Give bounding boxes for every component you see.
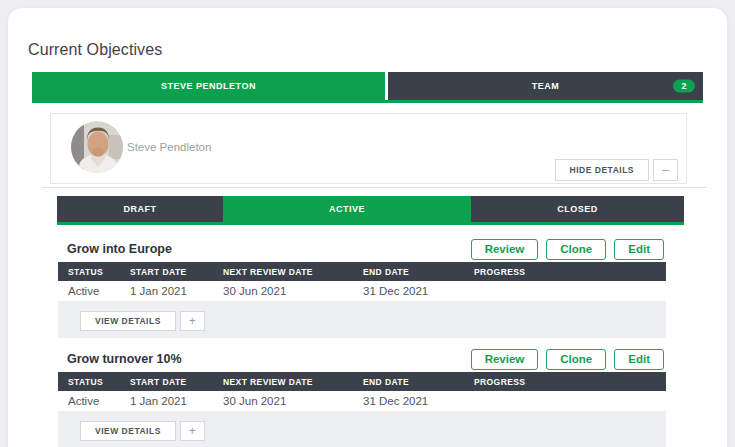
cell-end-date: 31 Dec 2021 [353,281,464,302]
tab-draft-label: DRAFT [124,204,157,214]
review-button[interactable]: Review [471,239,539,260]
tab-steve-pendleton[interactable]: STEVE PENDLETON [32,72,385,100]
col-end-date: END DATE [353,262,464,281]
clone-button[interactable]: Clone [546,239,606,260]
col-end-date: END DATE [353,372,464,391]
col-progress: PROGRESS [464,372,666,391]
page-title: Current Objectives [28,41,162,59]
avatar-photo [71,121,123,173]
table-row: Active 1 Jan 2021 30 Jun 2021 31 Dec 202… [58,281,666,302]
view-details-button[interactable]: VIEW DETAILS [80,421,176,441]
collapse-button[interactable]: – [653,159,678,181]
view-details-button[interactable]: VIEW DETAILS [80,311,176,331]
status-tab-underline [57,222,684,225]
cell-next-review-date: 30 Jun 2021 [213,391,353,412]
cell-status: Active [58,281,120,302]
table-footer: VIEW DETAILS + [58,412,666,447]
edit-button[interactable]: Edit [614,239,664,260]
avatar [71,121,123,173]
cell-start-date: 1 Jan 2021 [120,281,213,302]
cell-start-date: 1 Jan 2021 [120,391,213,412]
col-status: STATUS [58,372,120,391]
table-row: Active 1 Jan 2021 30 Jun 2021 31 Dec 202… [58,391,666,412]
review-button[interactable]: Review [471,349,539,370]
tab-team[interactable]: TEAM 2 [388,72,703,100]
col-status: STATUS [58,262,120,281]
clone-button[interactable]: Clone [546,349,606,370]
table-footer: VIEW DETAILS + [58,302,666,338]
cell-progress [464,281,666,302]
objective-title: Grow turnover 10% [58,352,182,366]
objective-section: Grow turnover 10% Review Clone Edit STAT… [58,348,666,447]
cell-progress [464,391,666,412]
objective-table: STATUS START DATE NEXT REVIEW DATE END D… [58,262,666,302]
status-tab-bar: DRAFT ACTIVE CLOSED [57,196,684,225]
col-start-date: START DATE [120,372,213,391]
col-next-review-date: NEXT REVIEW DATE [213,372,353,391]
expand-button[interactable]: + [180,421,205,441]
tab-team-label: TEAM [532,81,560,91]
details-panel: Steve Pendleton HIDE DETAILS – [42,103,707,188]
objectives-card: Current Objectives STEVE PENDLETON TEAM … [8,8,727,447]
cell-end-date: 31 Dec 2021 [353,391,464,412]
hide-details-button[interactable]: HIDE DETAILS [555,159,649,181]
col-start-date: START DATE [120,262,213,281]
plus-icon: + [189,424,196,438]
objective-table: STATUS START DATE NEXT REVIEW DATE END D… [58,372,666,412]
expand-button[interactable]: + [180,311,205,331]
tab-closed[interactable]: CLOSED [471,196,684,222]
team-count-badge: 2 [673,80,695,93]
objective-title: Grow into Europe [58,242,172,256]
profile-name: Steve Pendleton [127,141,211,153]
plus-icon: + [189,314,196,328]
tab-draft[interactable]: DRAFT [57,196,223,222]
objective-section: Grow into Europe Review Clone Edit STATU… [58,238,666,338]
tab-closed-label: CLOSED [557,204,598,214]
cell-next-review-date: 30 Jun 2021 [213,281,353,302]
profile-card: Steve Pendleton HIDE DETAILS – [50,113,687,184]
edit-button[interactable]: Edit [614,349,664,370]
tab-steve-pendleton-label: STEVE PENDLETON [161,81,256,91]
col-next-review-date: NEXT REVIEW DATE [213,262,353,281]
tab-active-label: ACTIVE [329,204,365,214]
tab-active[interactable]: ACTIVE [223,196,471,222]
col-progress: PROGRESS [464,262,666,281]
cell-status: Active [58,391,120,412]
person-tab-bar: STEVE PENDLETON TEAM 2 [32,72,703,103]
minus-icon: – [662,163,669,177]
